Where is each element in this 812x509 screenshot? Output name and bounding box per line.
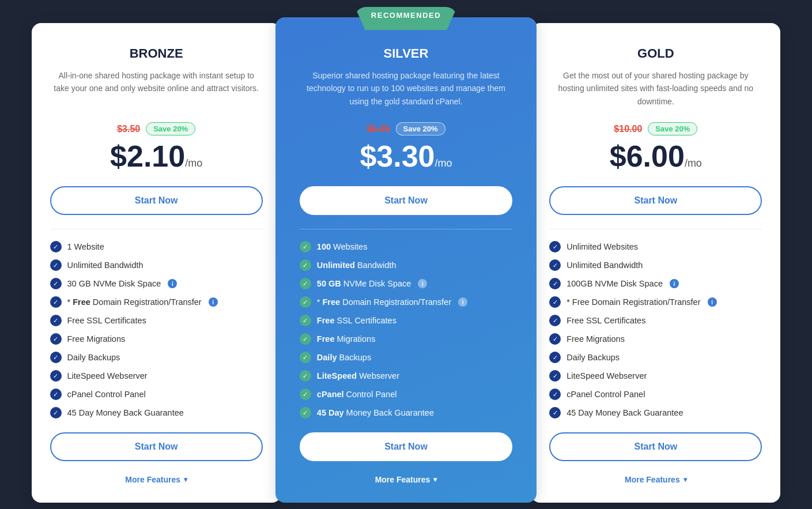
start-btn-top-silver[interactable]: Start Now [300,186,512,215]
feature-item-bronze-6: ✓ Daily Backups [50,352,263,363]
feature-item-bronze-7: ✓ LiteSpeed Webserver [50,370,263,382]
feature-item-gold-6: ✓ Daily Backups [549,352,762,363]
price-period-gold: /mo [685,157,702,169]
info-icon-silver-2[interactable]: i [418,279,427,288]
feature-item-silver-5: ✓ Free Migrations [300,333,512,345]
check-icon-gold-5: ✓ [549,333,561,345]
check-icon-silver-3: ✓ [300,296,311,308]
feature-item-silver-2: ✓ 50 GB NVMe Disk Space i [300,278,512,289]
feature-item-silver-3: ✓ * Free Domain Registration/Transfer i [300,296,512,308]
price-row-bronze: $3.50 Save 20% [50,122,263,135]
save-badge-gold: Save 20% [648,122,697,135]
start-btn-bottom-bronze[interactable]: Start Now [50,432,263,461]
info-icon-gold-2[interactable]: i [670,279,679,288]
more-features-silver[interactable]: More Features ▾ [300,475,512,484]
check-icon-gold-6: ✓ [549,352,561,363]
feature-item-bronze-4: ✓ Free SSL Certificates [50,315,263,326]
feature-text-gold-3: * Free Domain Registration/Transfer [566,297,700,307]
feature-item-silver-0: ✓ 100 Websites [300,241,512,252]
plan-card-silver: RECOMMENDEDSILVERSuperior shared hosting… [275,17,537,503]
price-period-bronze: /mo [185,157,202,169]
plan-desc-bronze: All-in-one shared hosting package with i… [50,69,263,110]
chevron-down-icon-bronze: ▾ [184,476,187,484]
info-icon-gold-3[interactable]: i [708,297,717,307]
more-features-gold[interactable]: More Features ▾ [549,475,762,484]
check-icon-gold-4: ✓ [549,315,561,326]
check-icon-bronze-9: ✓ [50,407,62,418]
info-icon-silver-3[interactable]: i [458,297,467,307]
feature-text-silver-1: Unlimited Bandwidth [317,261,396,270]
check-icon-silver-5: ✓ [300,333,311,345]
check-icon-gold-8: ✓ [549,389,561,400]
feature-item-silver-7: ✓ LiteSpeed Webserver [300,370,512,382]
feature-item-silver-6: ✓ Daily Backups [300,352,512,363]
feature-item-gold-3: ✓ * Free Domain Registration/Transfer i [549,296,762,308]
check-icon-silver-7: ✓ [300,370,311,382]
feature-item-bronze-0: ✓ 1 Website [50,241,263,252]
feature-text-bronze-5: Free Migrations [67,334,126,344]
start-btn-top-bronze[interactable]: Start Now [50,186,263,215]
start-btn-top-gold[interactable]: Start Now [549,186,762,215]
plan-name-gold: GOLD [549,46,762,61]
features-list-gold: ✓ Unlimited Websites ✓ Unlimited Bandwid… [549,241,762,418]
check-icon-silver-6: ✓ [300,352,311,363]
feature-text-bronze-4: Free SSL Certificates [67,316,146,325]
save-badge-silver: Save 20% [396,122,445,135]
feature-text-bronze-3: * Free Domain Registration/Transfer [67,297,202,307]
check-icon-bronze-8: ✓ [50,389,62,400]
price-row-gold: $10.00 Save 20% [549,122,762,135]
save-badge-bronze: Save 20% [146,122,195,135]
feature-text-gold-6: Daily Backups [566,353,620,362]
feature-text-bronze-8: cPanel Control Panel [67,390,146,399]
feature-item-gold-4: ✓ Free SSL Certificates [549,315,762,326]
check-icon-bronze-4: ✓ [50,315,62,326]
divider-bronze [50,229,263,229]
start-btn-bottom-gold[interactable]: Start Now [549,432,762,461]
current-price-gold: $6.00/mo [549,139,762,174]
recommended-badge: RECOMMENDED [355,7,457,30]
more-features-bronze[interactable]: More Features ▾ [50,475,263,484]
feature-text-gold-9: 45 Day Money Back Guarantee [566,408,683,417]
feature-text-silver-2: 50 GB NVMe Disk Space [317,279,411,288]
feature-text-gold-2: 100GB NVMe Disk Space [566,279,663,288]
feature-item-gold-9: ✓ 45 Day Money Back Guarantee [549,407,762,418]
check-icon-bronze-3: ✓ [50,296,62,308]
more-features-label-gold: More Features [625,475,680,484]
divider-gold [549,229,762,229]
current-price-bronze: $2.10/mo [50,139,263,174]
price-period-silver: /mo [435,157,452,169]
current-price-silver: $3.30/mo [300,139,512,174]
more-features-label-silver: More Features [375,475,430,484]
chevron-down-icon-silver: ▾ [433,476,437,484]
feature-item-bronze-9: ✓ 45 Day Money Back Guarantee [50,407,263,418]
feature-item-bronze-5: ✓ Free Migrations [50,333,263,345]
feature-item-silver-1: ✓ Unlimited Bandwidth [300,259,512,271]
check-icon-silver-0: ✓ [300,241,311,252]
feature-text-bronze-9: 45 Day Money Back Guarantee [67,408,184,417]
feature-item-gold-5: ✓ Free Migrations [549,333,762,345]
check-icon-gold-9: ✓ [549,407,561,418]
feature-item-bronze-1: ✓ Unlimited Bandwidth [50,259,263,271]
feature-text-bronze-7: LiteSpeed Webserver [67,371,148,380]
info-icon-bronze-2[interactable]: i [168,279,177,288]
feature-text-silver-0: 100 Websites [317,242,368,251]
feature-item-gold-1: ✓ Unlimited Bandwidth [549,259,762,271]
check-icon-gold-0: ✓ [549,241,561,252]
feature-item-bronze-3: ✓ * Free Domain Registration/Transfer i [50,296,263,308]
feature-text-gold-8: cPanel Control Panel [566,390,645,399]
info-icon-bronze-3[interactable]: i [209,297,218,307]
check-icon-silver-9: ✓ [300,407,311,418]
feature-text-bronze-2: 30 GB NVMe Disk Space [67,279,161,288]
check-icon-gold-7: ✓ [549,370,561,382]
feature-item-gold-8: ✓ cPanel Control Panel [549,389,762,400]
check-icon-silver-1: ✓ [300,259,311,271]
start-btn-bottom-silver[interactable]: Start Now [300,432,512,461]
old-price-gold: $10.00 [614,124,642,134]
feature-text-silver-8: cPanel Control Panel [317,390,397,399]
plan-desc-gold: Get the most out of your shared hosting … [549,69,762,110]
feature-text-silver-5: Free Migrations [317,334,376,344]
feature-text-gold-5: Free Migrations [566,334,625,344]
plan-desc-silver: Superior shared hosting package featurin… [300,69,512,110]
feature-item-bronze-2: ✓ 30 GB NVMe Disk Space i [50,278,263,289]
feature-text-silver-6: Daily Backups [317,353,371,362]
